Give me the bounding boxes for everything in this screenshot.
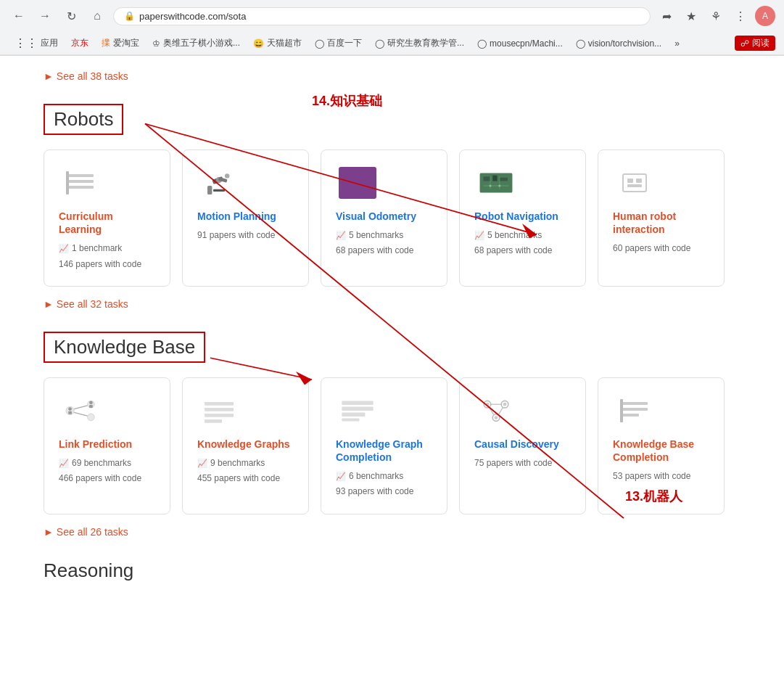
bookmark-github2[interactable]: ◯vision/torchvision...: [570, 36, 667, 51]
svg-rect-37: [205, 402, 234, 406]
svg-point-23: [498, 184, 500, 186]
svg-point-22: [489, 184, 491, 186]
bookmark-jd[interactable]: 京东: [65, 35, 94, 52]
back-button[interactable]: ←: [9, 6, 29, 26]
svg-rect-42: [342, 406, 373, 411]
url-text: paperswithcode.com/sota: [139, 11, 246, 22]
refresh-button[interactable]: ↻: [61, 6, 81, 26]
papers-kg-completion: 93 papers with code: [336, 485, 432, 499]
bookmarks-bar: ⋮⋮ 应用 京东 擈爱淘宝 ♔奥维五子棋小游戏... 😄天猫超市 ◯百度一下 ◯…: [0, 32, 784, 55]
bookmark-tmall[interactable]: 😄天猫超市: [247, 35, 308, 52]
card-title-motion: Motion Planning: [197, 210, 294, 223]
share-button[interactable]: ➦: [656, 6, 677, 26]
card-link-prediction[interactable]: Link Prediction 69 benchmarks 466 papers…: [44, 377, 170, 514]
card-kg-completion[interactable]: Knowledge Graph Completion 6 benchmarks …: [321, 377, 447, 514]
svg-point-33: [68, 407, 72, 411]
robots-section: Robots Curriculum Learning 1 benchmark: [44, 104, 740, 310]
bookmark-read[interactable]: ☍阅读: [735, 36, 775, 51]
card-meta-kb-completion: 53 papers with code: [613, 469, 709, 483]
bookmark-apps[interactable]: ⋮⋮ 应用: [9, 34, 64, 52]
robots-see-all-text: See all 32 tasks: [57, 298, 128, 310]
card-human-robot[interactable]: Human robot interaction 60 papers with c…: [598, 149, 725, 287]
bookmark-github1[interactable]: ◯mousecpn/Machi...: [471, 36, 569, 51]
bookmark-taobao[interactable]: 擈爱淘宝: [96, 35, 145, 52]
card-robot-navigation[interactable]: Robot Navigation 5 benchmarks 68 papers …: [459, 149, 586, 287]
card-motion-planning[interactable]: Motion Planning 91 papers with code: [182, 149, 309, 287]
card-image-link-pred: [59, 393, 102, 429]
card-meta-odometry: 5 benchmarks 68 papers with code: [336, 229, 432, 258]
papers-causal: 75 papers with code: [474, 456, 571, 470]
svg-rect-8: [66, 171, 69, 194]
bookmark-button[interactable]: ★: [681, 6, 701, 26]
account-button[interactable]: A: [755, 6, 775, 26]
papers-curriculum: 146 papers with code: [59, 258, 155, 271]
card-title-link-pred: Link Prediction: [59, 438, 155, 451]
svg-rect-17: [492, 176, 497, 181]
knowledge-base-see-all-link[interactable]: ► See all 26 tasks: [44, 526, 740, 538]
papers-link-pred: 466 papers with code: [59, 472, 155, 485]
benchmark-odometry: 5 benchmarks: [336, 229, 432, 242]
reasoning-section: Reasoning: [44, 559, 740, 582]
card-title-robot-nav: Robot Navigation: [474, 210, 571, 223]
svg-rect-14: [213, 189, 225, 192]
benchmark-kg-completion: 6 benchmarks: [336, 469, 432, 483]
bookmark-game[interactable]: ♔奥维五子棋小游戏...: [147, 35, 246, 52]
benchmark-kg: 9 benchmarks: [197, 456, 294, 470]
card-title-kb-completion: Knowledge Base Completion: [613, 438, 709, 464]
svg-point-53: [495, 416, 498, 419]
benchmark-link-pred: 69 benchmarks: [59, 456, 155, 470]
reasoning-title: Reasoning: [44, 559, 740, 582]
svg-point-52: [503, 403, 507, 406]
svg-rect-6: [67, 180, 94, 183]
card-visual-odometry[interactable]: Visual Odometry 5 benchmarks 68 papers w…: [321, 149, 447, 287]
svg-point-35: [89, 401, 93, 404]
svg-rect-16: [483, 176, 490, 181]
svg-rect-40: [205, 419, 222, 423]
card-knowledge-graphs[interactable]: Knowledge Graphs 9 benchmarks 455 papers…: [182, 377, 309, 514]
address-bar[interactable]: 🔒 paperswithcode.com/sota: [113, 7, 651, 25]
svg-rect-9: [207, 186, 212, 194]
browser-toolbar: ← → ↻ ⌂ 🔒 paperswithcode.com/sota ➦ ★ ⚘ …: [0, 0, 784, 32]
svg-rect-39: [205, 414, 234, 417]
knowledge-base-section: Knowledge Base 14.知识基础: [44, 332, 740, 538]
svg-rect-18: [500, 178, 508, 181]
bookmark-more[interactable]: »: [669, 36, 685, 51]
svg-rect-43: [342, 412, 365, 417]
card-curriculum-learning[interactable]: Curriculum Learning 1 benchmark 146 pape…: [44, 149, 170, 287]
svg-rect-24: [623, 174, 646, 192]
menu-button[interactable]: ⋮: [730, 6, 751, 26]
knowledge-base-cards-grid: Link Prediction 69 benchmarks 466 papers…: [44, 377, 740, 514]
bookmark-edu[interactable]: ◯研究生教育教学管...: [369, 35, 470, 52]
bookmark-baidu[interactable]: ◯百度一下: [309, 35, 368, 52]
svg-line-32: [74, 412, 87, 416]
card-kb-completion[interactable]: Knowledge Base Completion 53 papers with…: [598, 377, 725, 514]
papers-odometry: 68 papers with code: [336, 244, 432, 258]
card-image-kb-completion: [613, 393, 656, 429]
top-see-all-text: See all 38 tasks: [57, 70, 128, 82]
svg-rect-38: [205, 408, 234, 411]
top-see-all-link[interactable]: ► See all 38 tasks: [44, 70, 740, 82]
card-image-kg-completion: [336, 393, 379, 429]
svg-line-31: [74, 406, 87, 409]
robots-see-all-link[interactable]: ► See all 32 tasks: [44, 298, 740, 310]
card-meta-robot-nav: 5 benchmarks 68 papers with code: [474, 229, 571, 258]
card-meta-kg-completion: 6 benchmarks 93 papers with code: [336, 469, 432, 499]
card-image-odometry: [336, 165, 379, 201]
card-causal-discovery[interactable]: Causal Discovery 75 papers with code: [459, 377, 586, 514]
svg-rect-56: [622, 414, 639, 417]
svg-rect-36: [89, 405, 93, 408]
card-meta-motion: 91 papers with code: [197, 229, 294, 242]
card-title-curriculum: Curriculum Learning: [59, 210, 155, 236]
card-image-kg: [197, 393, 241, 429]
svg-point-51: [486, 403, 490, 406]
forward-button[interactable]: →: [35, 6, 55, 26]
card-meta-human-robot: 60 papers with code: [613, 242, 709, 255]
svg-point-30: [88, 414, 95, 421]
card-image-human-robot: [613, 165, 656, 201]
svg-point-13: [225, 173, 229, 178]
papers-kg: 455 papers with code: [197, 472, 294, 485]
svg-rect-57: [620, 399, 623, 422]
card-image-robot-nav: [474, 165, 518, 201]
home-button[interactable]: ⌂: [87, 6, 107, 26]
extensions-button[interactable]: ⚘: [706, 6, 726, 26]
